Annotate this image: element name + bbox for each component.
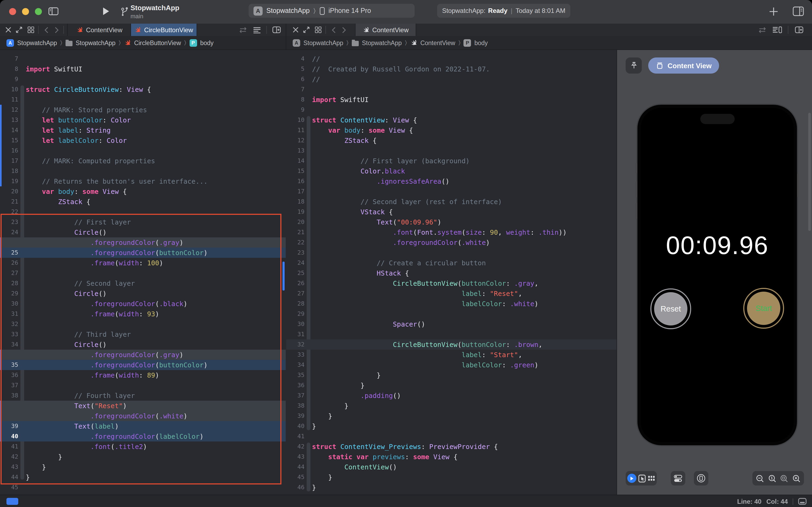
plus-icon[interactable] bbox=[769, 7, 778, 16]
related-items-icon[interactable] bbox=[757, 23, 767, 36]
split-editor-icon[interactable] bbox=[271, 23, 283, 36]
status-indicator-icon[interactable] bbox=[6, 498, 18, 505]
back-chevron-icon[interactable] bbox=[329, 23, 338, 36]
focus-editor-icon[interactable] bbox=[301, 23, 311, 36]
code-left[interactable]: 78import SwiftUI910struct CircleButtonVi… bbox=[0, 50, 286, 495]
code-line-8[interactable]: 8import SwiftUI bbox=[0, 64, 286, 74]
device-bezel-icon[interactable] bbox=[697, 474, 706, 483]
code-line-15[interactable]: 15 let labelColor: Color bbox=[0, 135, 286, 146]
preview-target-pill[interactable]: Content View bbox=[648, 57, 719, 73]
breadcrumb[interactable]: A StopwatchApp 〉 StopwatchApp 〉 ContentV… bbox=[293, 39, 488, 47]
code-line-16[interactable]: 16 bbox=[0, 146, 286, 156]
code-line-40[interactable]: 40 .foregroundColor(labelColor) bbox=[0, 431, 286, 442]
code-line-21[interactable]: 21 ZStack { bbox=[0, 196, 286, 207]
code-line-41[interactable]: 41 bbox=[286, 431, 617, 442]
forward-chevron-icon[interactable] bbox=[340, 23, 349, 36]
code-line-35[interactable]: 35 } bbox=[286, 370, 617, 380]
zoom-in-icon[interactable] bbox=[792, 474, 801, 483]
code-line-4[interactable]: 4// bbox=[286, 54, 617, 64]
code-line-42[interactable]: 42struct ContentView_Previews: PreviewPr… bbox=[286, 442, 617, 452]
editor-layout-icon[interactable] bbox=[793, 6, 804, 16]
start-button[interactable]: Start bbox=[743, 288, 784, 329]
focus-editor-icon[interactable] bbox=[14, 23, 23, 36]
breadcrumb-file[interactable]: CircleButtonView bbox=[134, 40, 181, 46]
code-line-43[interactable]: 43 static var previews: some View { bbox=[286, 452, 617, 462]
display-icon[interactable] bbox=[798, 498, 807, 505]
reset-button[interactable]: Reset bbox=[650, 288, 691, 329]
code-line-12[interactable]: 12 ZStack { bbox=[286, 135, 617, 146]
code-line-39[interactable]: 39 } bbox=[286, 411, 617, 421]
code-line-45[interactable]: 45 bbox=[0, 482, 286, 493]
code-line-13[interactable]: 13 bbox=[286, 146, 617, 156]
code-line-42[interactable]: 42 } bbox=[0, 452, 286, 462]
code-line-38[interactable]: 38 } bbox=[286, 401, 617, 411]
code-line-7[interactable]: 7 bbox=[286, 84, 617, 95]
editor-list-icon[interactable] bbox=[251, 23, 262, 36]
code-line-29[interactable]: 29 Circle() bbox=[0, 288, 286, 299]
code-line-33[interactable]: 33 label: "Start", bbox=[286, 350, 617, 360]
code-line-9[interactable]: 9 bbox=[0, 74, 286, 84]
scrollbar-thumb[interactable] bbox=[283, 262, 285, 291]
code-line-17[interactable]: 17 bbox=[286, 186, 617, 196]
code-line-35[interactable]: 35 .foregroundColor(buttonColor) bbox=[0, 360, 286, 370]
code-line-18[interactable]: 18 // Second layer (rest of interface) bbox=[286, 196, 617, 207]
breadcrumb-file[interactable]: ContentView bbox=[420, 40, 455, 46]
code-right[interactable]: 4//5// Created by Russell Gordon on 2022… bbox=[286, 50, 617, 495]
code-line-44[interactable]: 44} bbox=[0, 472, 286, 482]
code-line-20[interactable]: 20 Text("00:09.96") bbox=[286, 217, 617, 227]
editor-circlebuttonview[interactable]: 78import SwiftUI910struct CircleButtonVi… bbox=[0, 50, 286, 495]
sidebar-toggle-icon[interactable] bbox=[48, 7, 59, 15]
run-destination[interactable]: iPhone 14 Pro bbox=[329, 7, 371, 14]
code-line-28[interactable]: 28 // Second layer bbox=[0, 278, 286, 288]
code-line-16[interactable]: 16 .ignoresSafeArea() bbox=[286, 176, 617, 186]
code-line-36[interactable]: 36 .frame(width: 89) bbox=[0, 370, 286, 380]
variants-grid-icon[interactable] bbox=[648, 475, 655, 482]
code-line[interactable]: Text("Reset") bbox=[0, 401, 286, 411]
code-line-44[interactable]: 44 ContentView() bbox=[286, 462, 617, 472]
code-line-22[interactable]: 22 .foregroundColor(.white) bbox=[286, 237, 617, 247]
code-line-5[interactable]: 5// Created by Russell Gordon on 2022-11… bbox=[286, 64, 617, 74]
live-preview-icon[interactable] bbox=[627, 474, 636, 483]
breadcrumb[interactable]: A StopwatchApp 〉 StopwatchApp 〉 CircleBu… bbox=[6, 39, 214, 47]
code-line-38[interactable]: 38 // Fourth layer bbox=[0, 390, 286, 401]
pin-button[interactable] bbox=[626, 57, 642, 73]
code-line-18[interactable]: 18 bbox=[0, 166, 286, 176]
code-line-30[interactable]: 30 .foregroundColor(.black) bbox=[0, 299, 286, 309]
editor-grid-icon[interactable] bbox=[313, 23, 323, 36]
code-line-37[interactable]: 37 bbox=[0, 380, 286, 390]
editor-contentview[interactable]: 4//5// Created by Russell Gordon on 2022… bbox=[286, 50, 617, 495]
code-line-19[interactable]: 19 VStack { bbox=[286, 207, 617, 217]
code-line-10[interactable]: 10struct CircleButtonView: View { bbox=[0, 84, 286, 95]
code-line-24[interactable]: 24 Circle() bbox=[0, 227, 286, 237]
breadcrumb-symbol[interactable]: body bbox=[200, 40, 214, 46]
code-line-23[interactable]: 23 // First layer bbox=[0, 217, 286, 227]
code-line-46[interactable]: 46} bbox=[286, 482, 617, 493]
editor-grid-icon[interactable] bbox=[26, 23, 36, 36]
code-line[interactable]: .foregroundColor(.gray) bbox=[0, 350, 286, 360]
iphone-preview[interactable]: 00:09.96 Reset Start bbox=[636, 104, 798, 446]
forward-chevron-icon[interactable] bbox=[53, 23, 61, 36]
zoom-out-icon[interactable] bbox=[756, 474, 764, 483]
close-icon[interactable] bbox=[3, 23, 13, 36]
code-line-37[interactable]: 37 .padding() bbox=[286, 390, 617, 401]
code-line-26[interactable]: 26 CircleButtonView(buttonColor: .gray, bbox=[286, 278, 617, 288]
code-line-25[interactable]: 25 HStack { bbox=[286, 268, 617, 278]
code-line-22[interactable]: 22 bbox=[0, 207, 286, 217]
code-line-47[interactable]: 47 bbox=[286, 493, 617, 495]
run-button[interactable] bbox=[102, 7, 110, 15]
code-line-27[interactable]: 27 bbox=[0, 268, 286, 278]
code-line-13[interactable]: 13 let buttonColor: Color bbox=[0, 115, 286, 125]
code-line-9[interactable]: 9 bbox=[286, 105, 617, 115]
scheme-selector[interactable]: A StopwatchApp 〉 iPhone 14 Pro bbox=[249, 4, 415, 18]
code-line-34[interactable]: 34 labelColor: .green) bbox=[286, 360, 617, 370]
tab-contentview[interactable]: ContentView bbox=[67, 23, 131, 36]
tab-contentview-right[interactable]: ContentView bbox=[355, 23, 416, 36]
zoom-100-icon[interactable]: 1 bbox=[768, 474, 776, 483]
code-line-14[interactable]: 14 let label: String bbox=[0, 125, 286, 135]
related-items-icon[interactable] bbox=[237, 23, 248, 36]
tab-circlebuttonview[interactable]: CircleButtonView bbox=[130, 23, 197, 36]
code-line-43[interactable]: 43 } bbox=[0, 462, 286, 472]
code-line-29[interactable]: 29 bbox=[286, 309, 617, 319]
code-line-30[interactable]: 30 Spacer() bbox=[286, 319, 617, 329]
code-line-26[interactable]: 26 .frame(width: 100) bbox=[0, 258, 286, 268]
